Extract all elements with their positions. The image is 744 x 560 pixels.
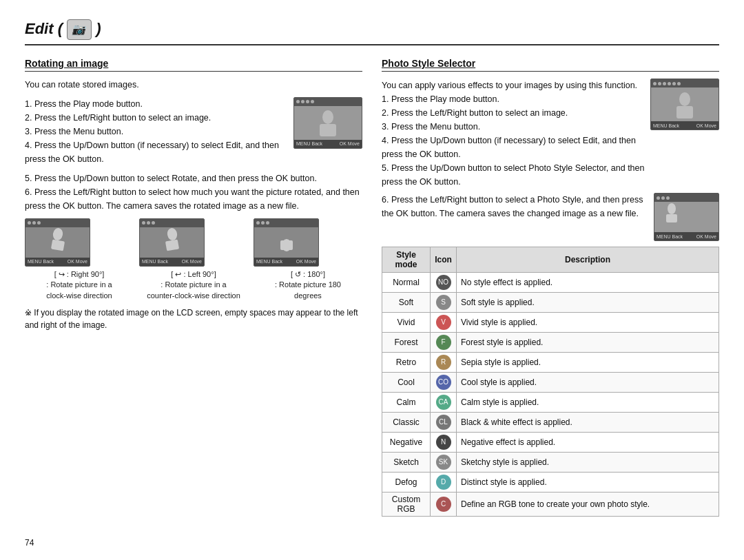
icon-cell: N xyxy=(431,433,457,453)
style-mode-cell: Retro xyxy=(382,353,431,373)
description-cell: Black & white effect is applied. xyxy=(457,413,719,433)
description-cell: Forest style is applied. xyxy=(457,333,719,353)
thumb-right90: MENU Back OK Move [ ↪ : Right 90°]: Rota… xyxy=(25,218,134,301)
step-2: 2. Press the Left/Right button to select… xyxy=(25,111,287,125)
table-row: CalmCACalm style is applied. xyxy=(382,393,719,413)
table-row: RetroRSepia style is applied. xyxy=(382,353,719,373)
style-mode-cell: Forest xyxy=(382,333,431,353)
description-cell: Distinct style is applied. xyxy=(457,473,719,492)
step-4: 4. Press the Up/Down button (if necessar… xyxy=(25,138,287,166)
thumb-180: MENU Back OK Move [ ↺ : 180°]: Rotate pi… xyxy=(254,218,362,301)
r2-top-bar xyxy=(654,194,719,202)
tb-top-3 xyxy=(254,219,318,227)
thumb-left90: MENU Back OK Move [ ↩ : Left 90°]: Rotat… xyxy=(139,218,248,301)
r-bottom-bar: MENU Back OK Move xyxy=(651,121,719,129)
style-icon: D xyxy=(436,475,451,490)
tb-body-1 xyxy=(25,227,90,258)
thumb-caption-3: [ ↺ : 180°]: Rotate picture 180degrees xyxy=(254,269,362,301)
thumbnail-row: MENU Back OK Move [ ↪ : Right 90°]: Rota… xyxy=(25,218,362,301)
content-columns: Rotating an image You can rotate stored … xyxy=(25,58,719,517)
rotate-note: ※ If you display the rotated image on th… xyxy=(25,307,362,331)
tb-bottom-1: MENU Back OK Move xyxy=(25,258,90,266)
tb-top-2 xyxy=(140,219,204,227)
steps-5-6: 5. Press the Up/Down button to select Ro… xyxy=(25,172,362,213)
right-screenshot: MENU Back OK Move xyxy=(650,79,719,189)
style-icon: R xyxy=(436,355,451,370)
person-silhouette xyxy=(307,109,349,136)
right-intro: You can apply various effects to your im… xyxy=(382,79,645,92)
style-icon: SK xyxy=(436,455,451,470)
icon-cell: CL xyxy=(431,413,457,433)
table-row: NormalNONo style effect is applied. xyxy=(382,273,719,293)
description-cell: Calm style is applied. xyxy=(457,393,719,413)
menu-label: MENU Back xyxy=(296,141,322,146)
thumb-caption-2: [ ↩ : Left 90°]: Rotate picture in acoun… xyxy=(139,269,248,301)
style-mode-cell: Negative xyxy=(382,433,431,453)
style-icon: N xyxy=(436,435,451,450)
left-section-heading: Rotating an image xyxy=(25,58,362,72)
step-3: 3. Press the Menu button. xyxy=(25,125,287,138)
title-text: Edit ( xyxy=(25,20,63,37)
table-row: Custom RGBCDefine an RGB tone to create … xyxy=(382,492,719,517)
left-intro: You can rotate stored images. xyxy=(25,79,362,92)
style-mode-cell: Custom RGB xyxy=(382,492,431,517)
screen-body xyxy=(294,106,362,140)
svg-rect-7 xyxy=(280,240,293,250)
page-title: Edit ( ) xyxy=(25,19,101,40)
r-screen-body xyxy=(651,87,719,121)
th-style-mode: Style mode xyxy=(382,247,431,273)
icon-cell: CO xyxy=(431,373,457,393)
svg-rect-11 xyxy=(666,214,677,222)
icon-cell: R xyxy=(431,353,457,373)
th-description: Description xyxy=(457,247,719,273)
rotate-screenshot: MENU Back OK Move xyxy=(293,97,362,166)
r-step-6: 6. Press the Left/Right button to select… xyxy=(382,193,648,220)
icon-cell: F xyxy=(431,333,457,353)
r-step-6-block: 6. Press the Left/Right button to select… xyxy=(382,193,719,241)
table-row: DefogDDistinct style is applied. xyxy=(382,473,719,492)
style-icon: V xyxy=(436,315,451,330)
svg-point-10 xyxy=(668,203,676,214)
r-step-3: 3. Press the Menu button. xyxy=(382,120,645,134)
description-cell: Define an RGB tone to create your own ph… xyxy=(457,492,719,517)
style-table: Style mode Icon Description NormalNONo s… xyxy=(382,247,719,517)
style-mode-cell: Normal xyxy=(382,273,431,293)
tb-body-2 xyxy=(140,227,204,258)
icon-cell: S xyxy=(431,293,457,313)
r2-screen-body xyxy=(654,202,719,232)
svg-point-4 xyxy=(166,227,178,241)
right-column: Photo Style Selector You can apply vario… xyxy=(382,58,719,517)
right-section-heading: Photo Style Selector xyxy=(382,58,719,72)
r-step-6-text: 6. Press the Left/Right button to select… xyxy=(382,193,648,241)
tb-bottom-3: MENU Back OK Move xyxy=(254,258,318,266)
dot-4 xyxy=(311,100,314,103)
description-cell: Soft style is applied. xyxy=(457,293,719,313)
style-icon: CA xyxy=(436,395,451,410)
camera-screen-1: MENU Back OK Move xyxy=(293,97,362,149)
r-step-2: 2. Press the Left/Right button to select… xyxy=(382,106,645,120)
thumb-screen-1: MENU Back OK Move xyxy=(25,218,90,267)
tb-top-1 xyxy=(25,219,90,227)
left-column: Rotating an image You can rotate stored … xyxy=(25,58,362,517)
icon-cell: C xyxy=(431,492,457,517)
table-row: SketchSKSketchy style is applied. xyxy=(382,453,719,473)
step-1: 1. Press the Play mode button. xyxy=(25,97,287,111)
right-steps-text: You can apply various effects to your im… xyxy=(382,79,645,189)
style-mode-cell: Classic xyxy=(382,413,431,433)
page-number: 74 xyxy=(25,538,34,548)
step-6: 6. Press the Left/Right button to select… xyxy=(25,185,362,213)
dot-2 xyxy=(301,100,304,103)
style-icon: NO xyxy=(436,275,451,290)
r-step-1: 1. Press the Play mode button. xyxy=(382,92,645,106)
screen-bottom-bar: MENU Back OK Move xyxy=(294,140,362,148)
style-mode-cell: Defog xyxy=(382,473,431,492)
description-cell: Sketchy style is applied. xyxy=(457,453,719,473)
style-icon: S xyxy=(436,295,451,310)
style-mode-cell: Calm xyxy=(382,393,431,413)
table-row: ForestFForest style is applied. xyxy=(382,333,719,353)
svg-rect-9 xyxy=(676,106,693,118)
table-row: SoftSSoft style is applied. xyxy=(382,293,719,313)
screen-top-bar xyxy=(294,98,362,106)
style-icon: CO xyxy=(436,375,451,390)
r2-bottom-bar: MENU Back OK Move xyxy=(654,232,719,240)
